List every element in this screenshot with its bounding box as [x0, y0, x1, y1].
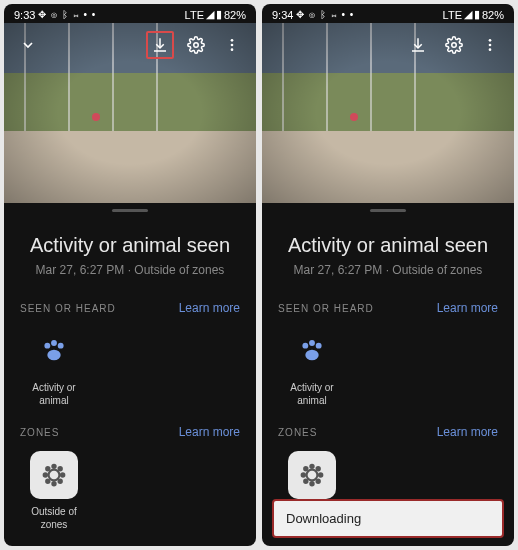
svg-point-2	[231, 44, 234, 47]
svg-point-28	[302, 473, 305, 476]
drag-handle[interactable]	[112, 209, 148, 212]
phone-right: 9:34 ✥ ◎ ᛒ ⋈ • • LTE ◢ ▮ 82%	[262, 4, 514, 546]
svg-point-10	[52, 482, 55, 485]
svg-point-16	[59, 480, 62, 483]
event-subtitle: Mar 27, 6:27 PM · Outside of zones	[20, 263, 240, 277]
section-zones-label: ZONES	[20, 427, 59, 438]
svg-point-12	[61, 473, 64, 476]
tile-outside-zones[interactable]	[278, 451, 346, 505]
tile-label: Activity or animal	[278, 381, 346, 407]
svg-point-3	[231, 48, 234, 51]
tile-activity-animal[interactable]: Activity or animal	[20, 327, 88, 407]
section-seen-header: SEEN OR HEARD Learn more	[278, 301, 498, 315]
status-time: 9:34	[272, 9, 293, 21]
section-seen-header: SEEN OR HEARD Learn more	[20, 301, 240, 315]
video-preview[interactable]	[262, 23, 514, 203]
status-app-icons: ✥ ◎ ᛒ ⋈ • •	[296, 9, 354, 20]
section-zones-header: ZONES Learn more	[278, 425, 498, 439]
status-battery: 82%	[224, 9, 246, 21]
svg-point-1	[231, 39, 234, 42]
tile-activity-animal[interactable]: Activity or animal	[278, 327, 346, 407]
event-sheet: Activity or animal seen Mar 27, 6:27 PM …	[262, 216, 514, 546]
section-zones-label: ZONES	[278, 427, 317, 438]
svg-point-32	[304, 480, 307, 483]
settings-button[interactable]	[440, 31, 468, 59]
svg-point-24	[305, 350, 318, 361]
download-button[interactable]	[146, 31, 174, 59]
svg-point-31	[317, 467, 320, 470]
learn-more-zones[interactable]: Learn more	[437, 425, 498, 439]
learn-more-seen[interactable]: Learn more	[437, 301, 498, 315]
status-signal-icon: ◢	[464, 8, 472, 21]
status-battery-icon: ▮	[474, 8, 480, 21]
svg-point-0	[194, 43, 199, 48]
more-button[interactable]	[218, 31, 246, 59]
video-preview[interactable]	[4, 23, 256, 203]
zone-icon	[288, 451, 336, 499]
back-button[interactable]	[14, 31, 42, 59]
section-seen-label: SEEN OR HEARD	[278, 303, 374, 314]
svg-point-14	[59, 467, 62, 470]
svg-point-22	[309, 340, 315, 346]
tile-label: Activity or animal	[20, 381, 88, 407]
paw-icon	[30, 327, 78, 375]
tile-label: Outside of zones	[20, 505, 88, 531]
status-bar: 9:34 ✥ ◎ ᛒ ⋈ • • LTE ◢ ▮ 82%	[262, 4, 514, 23]
svg-point-8	[49, 470, 60, 481]
svg-point-21	[302, 343, 308, 349]
svg-point-6	[58, 343, 64, 349]
svg-point-11	[44, 473, 47, 476]
settings-button[interactable]	[182, 31, 210, 59]
svg-point-23	[316, 343, 322, 349]
learn-more-zones[interactable]: Learn more	[179, 425, 240, 439]
status-bar: 9:33 ✥ ◎ ᛒ ⋈ • • LTE ◢ ▮ 82%	[4, 4, 256, 23]
svg-point-27	[310, 482, 313, 485]
svg-point-7	[47, 350, 60, 361]
status-time: 9:33	[14, 9, 35, 21]
section-zones-header: ZONES Learn more	[20, 425, 240, 439]
svg-point-29	[319, 473, 322, 476]
video-top-controls	[262, 23, 514, 67]
svg-point-30	[304, 467, 307, 470]
svg-point-13	[46, 467, 49, 470]
svg-point-17	[452, 43, 457, 48]
svg-point-33	[317, 480, 320, 483]
svg-point-19	[489, 44, 492, 47]
status-network: LTE	[185, 9, 204, 21]
event-sheet: Activity or animal seen Mar 27, 6:27 PM …	[4, 216, 256, 546]
event-title: Activity or animal seen	[278, 234, 498, 257]
svg-point-5	[51, 340, 57, 346]
paw-icon	[288, 327, 336, 375]
svg-point-20	[489, 48, 492, 51]
status-battery-icon: ▮	[216, 8, 222, 21]
svg-point-4	[44, 343, 50, 349]
tile-outside-zones[interactable]: Outside of zones	[20, 451, 88, 531]
status-app-icons: ✥ ◎ ᛒ ⋈ • •	[38, 9, 96, 20]
svg-point-15	[46, 480, 49, 483]
download-button[interactable]	[404, 31, 432, 59]
video-top-controls	[4, 23, 256, 67]
learn-more-seen[interactable]: Learn more	[179, 301, 240, 315]
phone-left: 9:33 ✥ ◎ ᛒ ⋈ • • LTE ◢ ▮ 82%	[4, 4, 256, 546]
section-seen-label: SEEN OR HEARD	[20, 303, 116, 314]
drag-handle[interactable]	[370, 209, 406, 212]
status-battery: 82%	[482, 9, 504, 21]
event-title: Activity or animal seen	[20, 234, 240, 257]
event-subtitle: Mar 27, 6:27 PM · Outside of zones	[278, 263, 498, 277]
svg-point-26	[310, 465, 313, 468]
status-signal-icon: ◢	[206, 8, 214, 21]
zone-icon	[30, 451, 78, 499]
toast-downloading: Downloading	[272, 499, 504, 538]
svg-point-18	[489, 39, 492, 42]
svg-point-25	[307, 470, 318, 481]
status-network: LTE	[443, 9, 462, 21]
svg-point-9	[52, 465, 55, 468]
more-button[interactable]	[476, 31, 504, 59]
